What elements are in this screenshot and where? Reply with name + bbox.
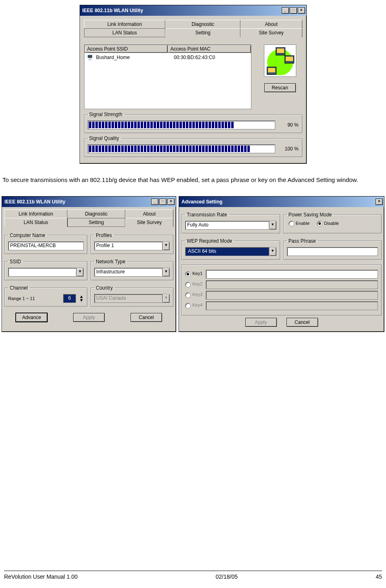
channel-spinner[interactable]: 6 <box>63 294 76 303</box>
cancel-button[interactable]: Cancel <box>131 313 162 322</box>
passphrase-field[interactable] <box>287 247 378 256</box>
apply-button: Apply <box>245 318 277 327</box>
signal-strength-label: Signal Strength <box>88 112 124 117</box>
rescan-button[interactable]: Rescan <box>264 83 296 92</box>
computer-name-label: Computer Name <box>8 233 47 238</box>
minimize-icon[interactable]: _ <box>282 7 289 14</box>
psm-enable-radio[interactable]: Enable <box>289 221 310 226</box>
wep-label: WEP Required Mode <box>185 238 234 244</box>
psm-disable-radio[interactable]: Disable <box>317 221 339 226</box>
wlan-utility-lanstatus-window: IEEE 802.11b WLAN Utility _ □ × Link Inf… <box>80 5 307 164</box>
window-title: IEEE 802.11b WLAN Utility <box>82 8 143 13</box>
network-type-label: Network Type <box>94 259 127 264</box>
tab-lan-status[interactable]: LAN Status <box>4 218 67 227</box>
tab-lan-status[interactable]: LAN Status <box>84 28 166 37</box>
profiles-combo[interactable]: Profile 1 ▼ <box>94 241 170 250</box>
titlebar[interactable]: IEEE 802.11b WLAN Utility _ □ × <box>2 197 176 207</box>
tab-setting[interactable]: Setting <box>67 218 125 227</box>
maximize-icon[interactable]: □ <box>290 7 297 14</box>
tab-setting[interactable]: Setting <box>165 28 240 37</box>
tab-diagnostic[interactable]: Diagnostic <box>67 209 125 218</box>
spinner-down-icon[interactable]: ▼ <box>79 298 84 302</box>
key4-radio: Key4 <box>185 302 202 308</box>
country-label: Country <box>94 285 114 291</box>
mac-value: 00:30:BD:62:43:C0 <box>174 55 249 60</box>
chevron-down-icon[interactable]: ▼ <box>162 268 170 277</box>
key2-radio: Key2 <box>185 281 202 287</box>
chevron-down-icon: ▼ <box>162 294 170 303</box>
profiles-label: Profiles <box>94 233 114 238</box>
footer-right: 45 <box>375 573 382 580</box>
key3-field <box>206 291 378 300</box>
signal-quality-value: 100 % <box>278 146 299 152</box>
window-title: IEEE 802.11b WLAN Utility <box>4 199 65 205</box>
computer-name-field[interactable]: PREINSTAL-MERCB <box>8 241 84 250</box>
close-icon[interactable]: × <box>167 199 175 205</box>
signal-quality-bar <box>88 144 275 153</box>
minimize-icon[interactable]: _ <box>151 199 158 205</box>
tab-link-information[interactable]: Link Information <box>84 20 166 28</box>
signal-quality-group: Signal Quality 100 % <box>84 135 302 157</box>
tab-about[interactable]: About <box>240 20 302 28</box>
footer-left: ReVolution User Manual 1.00 <box>4 573 78 580</box>
ssid-value <box>8 268 76 277</box>
chevron-down-icon[interactable]: ▼ <box>269 221 276 230</box>
tab-about[interactable]: About <box>125 209 173 218</box>
signal-strength-bar <box>88 121 275 129</box>
tx-rate-label: Transmission Rate <box>185 212 229 218</box>
cancel-button[interactable]: Cancel <box>287 318 318 327</box>
passphrase-label: Pass Phrase <box>287 238 318 244</box>
wep-keys-group: Key1 Key2 Key3 Key4 <box>181 264 382 315</box>
advanced-setting-window: Advanced Setting × Transmission Rate Ful… <box>179 196 384 332</box>
col-mac[interactable]: Access Point MAC <box>168 45 251 53</box>
signal-strength-value: 90 % <box>278 122 299 128</box>
footer-center: 02/18/05 <box>216 573 238 580</box>
col-ssid[interactable]: Access Point SSID <box>84 45 168 53</box>
window-title: Advanced Setting <box>181 199 222 205</box>
tab-diagnostic[interactable]: Diagnostic <box>165 20 240 28</box>
key1-radio[interactable]: Key1 <box>185 271 202 277</box>
page-footer: ReVolution User Manual 1.00 02/18/05 45 <box>4 571 382 580</box>
chevron-down-icon[interactable]: ▼ <box>162 241 170 250</box>
wlan-utility-setting-window: IEEE 802.11b WLAN Utility _ □ × Link Inf… <box>2 196 176 332</box>
access-point-list[interactable]: Access Point SSID Access Point MAC 🖥️ Bu… <box>84 44 251 109</box>
list-item[interactable]: 🖥️ Bushard_Home 00:30:BD:62:43:C0 <box>87 55 249 60</box>
tab-link-information[interactable]: Link Information <box>4 209 67 218</box>
advance-button[interactable]: Advance <box>16 313 47 322</box>
wep-value: ASCII 64 bits <box>185 247 269 256</box>
profiles-value: Profile 1 <box>94 241 162 250</box>
maximize-icon[interactable]: □ <box>159 199 167 205</box>
key3-radio: Key3 <box>185 292 202 298</box>
country-value: USA/ Canada <box>94 294 162 303</box>
tab-site-survey[interactable]: Site Survey <box>240 28 302 37</box>
country-combo: USA/ Canada ▼ <box>94 294 170 303</box>
wep-combo[interactable]: ASCII 64 bits ▼ <box>185 247 276 256</box>
tx-rate-value: Fully Auto <box>185 221 269 230</box>
signal-quality-label: Signal Quality <box>88 135 121 141</box>
signal-strength-group: Signal Strength 90 % <box>84 112 302 133</box>
psm-label: Power Saving Mode <box>287 212 333 218</box>
titlebar[interactable]: IEEE 802.11b WLAN Utility _ □ × <box>80 5 306 16</box>
chevron-down-icon[interactable]: ▼ <box>76 268 84 277</box>
key1-field[interactable] <box>206 270 378 279</box>
channel-label: Channel <box>8 285 30 291</box>
tab-site-survey[interactable]: Site Survey <box>125 218 173 227</box>
close-icon[interactable]: × <box>375 199 383 205</box>
network-type-value: Infrastructure <box>94 268 162 277</box>
network-graphic <box>264 44 296 77</box>
chevron-down-icon[interactable]: ▼ <box>269 247 276 256</box>
key4-field <box>206 301 378 310</box>
network-type-combo[interactable]: Infrastructure ▼ <box>94 268 170 277</box>
channel-range: Range 1 ~ 11 <box>8 296 35 301</box>
close-icon[interactable]: × <box>298 7 305 14</box>
ssid-combo[interactable]: ▼ <box>8 268 84 277</box>
tx-rate-combo[interactable]: Fully Auto ▼ <box>185 221 276 230</box>
titlebar[interactable]: Advanced Setting × <box>179 197 384 207</box>
apply-button: Apply <box>73 313 105 322</box>
key2-field <box>206 280 378 289</box>
body-paragraph: To secure transmissions with an 802.11b/… <box>2 176 384 184</box>
ssid-label: SSID <box>8 259 23 264</box>
network-icon: 🖥️ <box>87 55 93 60</box>
ssid-value: Bushard_Home <box>96 55 171 60</box>
